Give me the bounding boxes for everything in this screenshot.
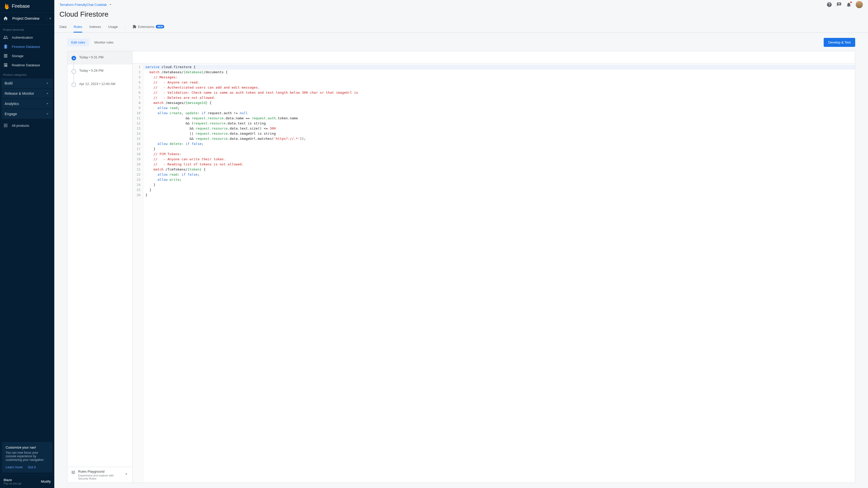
tab-extensions[interactable]: Extensions NEW — [132, 22, 164, 33]
topbar: Terraform FriendlyChat Codelab — [54, 0, 868, 9]
topbar-actions — [827, 1, 863, 8]
firebase-icon — [4, 2, 10, 10]
tab-indexes[interactable]: Indexes — [89, 22, 101, 33]
tune-icon — [71, 470, 75, 475]
tabs: DataRulesIndexesUsage Extensions NEW — [54, 22, 868, 33]
plan-footer: Blaze Pay as you go Modify — [0, 475, 54, 488]
chevron-down-icon — [45, 91, 50, 96]
nav-label: Firestore Database — [12, 45, 40, 48]
category-engage[interactable]: Engage — [2, 109, 53, 119]
code-editor: 1234567891011121314151617181920212223242… — [132, 51, 855, 483]
rules-header: Edit rules Monitor rules Develop & Test — [67, 38, 855, 47]
tab-rules[interactable]: Rules — [73, 22, 82, 33]
code-line: && request.resource.data.name == request… — [146, 116, 853, 121]
rules-panel: Today • 5:31 PMToday • 5:28 PMApr 12, 20… — [67, 51, 855, 483]
history-item[interactable]: Apr 12, 2023 • 12:40 AM — [67, 78, 132, 91]
sidebar-item-firestore-database[interactable]: Firestore Database — [0, 42, 54, 51]
customize-nav-card: Customize your nav! You can now focus yo… — [2, 442, 52, 473]
playground-title: Rules Playground — [78, 469, 121, 474]
project-name: Terraform FriendlyChat Codelab — [59, 3, 107, 7]
firebase-logo[interactable]: Firebase — [4, 2, 30, 10]
got-it-link[interactable]: Got it — [28, 465, 36, 469]
history-marker — [71, 69, 76, 74]
code-line: allow delete: if false; — [146, 141, 853, 147]
history-label: Apr 12, 2023 • 12:40 AM — [79, 82, 115, 86]
rules-playground[interactable]: Rules Playground Experiment and explore … — [67, 467, 132, 483]
sidebar-item-authentication[interactable]: Authentication — [0, 33, 54, 42]
sidebar-item-storage[interactable]: Storage — [0, 51, 54, 60]
project-overview-label: Project Overview — [12, 17, 39, 21]
history-label: Today • 5:31 PM — [79, 55, 103, 59]
sidebar-header: Firebase — [0, 0, 54, 12]
code-line: } — [146, 182, 853, 187]
all-products[interactable]: All products — [0, 121, 54, 130]
project-selector[interactable]: Terraform FriendlyChat Codelab — [59, 3, 113, 7]
grid-icon — [3, 123, 8, 128]
plan-name: Blaze — [4, 478, 22, 482]
code-line: // Messages: — [146, 75, 853, 80]
category-release-monitor[interactable]: Release & Monitor — [2, 89, 53, 98]
edit-rules-tab[interactable]: Edit rules — [67, 38, 89, 46]
code-line: || request.resource.data.imageUrl is str… — [146, 131, 853, 136]
chevron-down-icon — [108, 3, 113, 7]
gear-icon[interactable] — [46, 16, 51, 21]
tab-usage[interactable]: Usage — [108, 22, 118, 33]
code-line: // - Validation: Check name is same as a… — [146, 90, 853, 95]
shortcuts-label: Project shortcuts — [0, 25, 54, 33]
code-line: // - Anyone can read. — [146, 80, 853, 85]
history-item[interactable]: Today • 5:28 PM — [67, 65, 132, 78]
tab-separator — [125, 25, 125, 30]
gutter: 1234567891011121314151617181920212223242… — [132, 64, 144, 483]
category-label: Release & Monitor — [5, 91, 34, 96]
modify-button[interactable]: Modify — [41, 480, 51, 483]
history-item[interactable]: Today • 5:31 PM — [67, 51, 132, 65]
code-line: match /databases/{database}/documents { — [146, 70, 853, 75]
tab-data[interactable]: Data — [59, 22, 66, 33]
history-panel: Today • 5:31 PMToday • 5:28 PMApr 12, 20… — [67, 51, 132, 483]
learn-more-link[interactable]: Learn more — [6, 465, 23, 469]
code-line: && request.resource.data.text.size() <= … — [146, 126, 853, 131]
history-marker — [71, 83, 76, 87]
code-line: && (request.resource.data.text is string — [146, 121, 853, 126]
content: Edit rules Monitor rules Develop & Test … — [54, 33, 868, 488]
project-overview-row[interactable]: Project Overview — [0, 12, 54, 25]
storage-icon — [3, 53, 8, 58]
database-icon — [3, 62, 8, 68]
sidebar: Firebase Project Overview Project shortc… — [0, 0, 54, 488]
chevron-down-icon — [45, 111, 50, 116]
nav-label: Authentication — [12, 36, 33, 39]
category-build[interactable]: Build — [2, 78, 53, 88]
history-marker — [71, 56, 76, 60]
code-line: allow read; — [146, 105, 853, 110]
page-title: Cloud Firestore — [59, 10, 863, 19]
code-line: match /messages/{messageId} { — [146, 100, 853, 105]
chevron-down-icon — [45, 81, 50, 86]
chevron-up-icon — [124, 471, 129, 476]
sidebar-item-realtime-database[interactable]: Realtime Database — [0, 60, 54, 70]
notification-dot — [850, 1, 852, 3]
badge-new: NEW — [156, 25, 164, 28]
develop-test-button[interactable]: Develop & Test — [824, 38, 855, 47]
code-area[interactable]: 1234567891011121314151617181920212223242… — [132, 64, 855, 483]
avatar[interactable] — [856, 1, 863, 8]
code-line: match /fcmTokens/{token} { — [146, 167, 853, 172]
code-line: // - Deletes are not allowed. — [146, 95, 853, 100]
code-line: service cloud.firestore { — [144, 65, 855, 70]
editor-toolbar — [132, 51, 855, 64]
help-icon[interactable] — [827, 2, 832, 7]
code-line: // - Authenticated users can add and edi… — [146, 85, 853, 90]
tab-extensions-label: Extensions — [138, 25, 154, 29]
monitor-rules-tab[interactable]: Monitor rules — [90, 38, 118, 46]
brand-name: Firebase — [12, 4, 30, 9]
code-line: // - Reading list of tokens is not allow… — [146, 162, 853, 167]
chevron-down-icon — [45, 101, 50, 106]
category-analytics[interactable]: Analytics — [2, 99, 53, 108]
docs-icon[interactable] — [836, 2, 842, 7]
code[interactable]: service cloud.firestore { match /databas… — [144, 64, 855, 483]
code-line: } — [146, 187, 853, 193]
firestore-icon — [3, 44, 8, 49]
code-line: } — [146, 193, 853, 198]
code-line: } — [146, 147, 853, 152]
code-line: allow create, update: if request.auth !=… — [146, 110, 853, 116]
category-label: Analytics — [5, 102, 19, 106]
